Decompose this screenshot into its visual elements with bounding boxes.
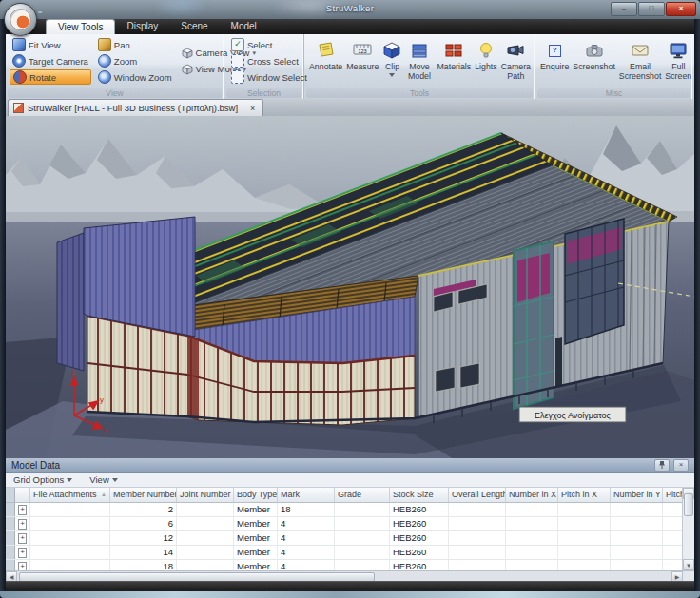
application-menu-button[interactable] <box>4 3 37 36</box>
lights-button[interactable]: Lights <box>474 37 497 74</box>
group-label-misc: Misc <box>537 88 690 98</box>
pan-icon <box>98 38 111 51</box>
column-header[interactable]: Joint Number <box>177 488 234 502</box>
measure-button[interactable]: 123 Measure <box>345 37 379 74</box>
materials-button[interactable]: Materials <box>437 37 473 74</box>
column-header[interactable]: Overall Length <box>449 488 506 502</box>
measure-ruler-icon: 123 <box>352 39 373 62</box>
viewport-3d-scene: z y x Ελεγχος Ανοίγματος <box>6 116 694 458</box>
application-window: StruWalker – □ × ≡ View Tools Display Sc… <box>0 0 700 598</box>
table-row[interactable]: + 2 Member 18 HEB260 <box>6 503 683 517</box>
document-close-icon[interactable]: × <box>247 104 258 113</box>
ribbon-group-selection: ✓ Select Cross Select Window Select Sele… <box>224 34 304 99</box>
window-zoom-button[interactable]: Window Zoom <box>95 69 175 85</box>
column-header[interactable]: Stock Size <box>390 488 449 502</box>
column-header[interactable]: Body Type <box>234 488 278 502</box>
row-expander[interactable]: + <box>18 533 27 544</box>
title-bar[interactable]: StruWalker – □ × <box>0 0 700 19</box>
rotate-button[interactable]: Rotate <box>10 69 91 85</box>
window-left-frame <box>0 19 6 591</box>
maximize-button[interactable]: □ <box>638 2 665 16</box>
magnifier-icon <box>98 70 111 84</box>
annotate-button[interactable]: Annotate <box>308 37 343 74</box>
cross-select-button[interactable]: Cross Select <box>228 53 301 68</box>
zoom-button[interactable]: Zoom <box>95 53 175 68</box>
group-label-view: View <box>8 88 222 98</box>
fit-view-icon <box>12 38 26 51</box>
model-data-panel: Model Data × Grid Options View File Atta… <box>6 458 694 581</box>
ribbon-group-tools: Annotate 123 Measure Clip Move Model <box>304 34 535 99</box>
column-header[interactable]: File Attachments▲ <box>30 488 110 502</box>
table-row[interactable]: + 14 Member 4 HEB260 <box>6 546 683 560</box>
camera-icon <box>505 39 526 62</box>
ribbon-group-view: Fit View Target Camera Rotate Pan Zoom <box>6 34 224 99</box>
grid-options-dropdown[interactable]: Grid Options <box>10 473 76 486</box>
screenshot-button[interactable]: Screenshot <box>572 37 616 74</box>
close-button[interactable]: × <box>666 2 696 16</box>
column-header[interactable]: Pitch in X <box>558 488 611 502</box>
column-header[interactable]: Member Number <box>110 488 177 502</box>
view-dropdown[interactable]: View <box>86 473 121 486</box>
document-tab[interactable]: StruWalker [HALL - Full 3D Business (Τρι… <box>8 99 263 116</box>
pin-icon[interactable] <box>654 459 670 472</box>
window-bottom-frame <box>0 591 700 598</box>
dropdown-arrow-icon <box>67 478 72 482</box>
move-model-button[interactable]: Move Model <box>404 37 434 83</box>
column-header[interactable]: Pitch in Y <box>663 488 683 502</box>
row-expander[interactable]: + <box>18 519 27 530</box>
panel-close-icon[interactable]: × <box>673 459 689 472</box>
pan-button[interactable]: Pan <box>95 37 175 52</box>
group-label-tools: Tools <box>306 88 533 98</box>
window-select-button[interactable]: Window Select <box>228 69 301 85</box>
table-row[interactable]: + 12 Member 4 HEB260 <box>6 531 683 546</box>
tab-view-tools[interactable]: View Tools <box>46 19 115 34</box>
column-header[interactable]: Grade <box>335 488 390 502</box>
select-check-icon: ✓ <box>231 38 244 51</box>
full-screen-button[interactable]: Full Screen <box>664 37 692 83</box>
viewport-tooltip: Ελεγχος Ανοίγματος <box>519 407 626 422</box>
envelope-icon <box>631 39 650 62</box>
group-label-selection: Selection <box>226 88 301 98</box>
scroll-down-icon[interactable]: ▼ <box>683 559 694 570</box>
monitor-icon <box>669 39 688 62</box>
tab-scene[interactable]: Scene <box>169 19 219 34</box>
model-data-grid: File Attachments▲ Member Number Joint Nu… <box>6 488 683 570</box>
left-wall-main <box>84 217 195 337</box>
rotate-icon <box>13 70 27 84</box>
model-data-title: Model Data <box>11 460 60 471</box>
minimize-button[interactable]: – <box>611 2 637 16</box>
camera-path-button[interactable]: Camera Path <box>500 37 532 83</box>
model-data-header[interactable]: Model Data × <box>6 458 694 473</box>
row-expander[interactable]: + <box>18 562 27 570</box>
tab-display[interactable]: Display <box>115 19 169 34</box>
target-camera-icon <box>12 54 26 68</box>
quick-access-icon[interactable]: ≡ <box>38 8 43 16</box>
light-bulb-icon <box>477 39 495 62</box>
window-right-frame <box>694 19 700 591</box>
select-button[interactable]: ✓ Select <box>228 37 301 52</box>
column-header[interactable]: Mark <box>278 488 335 502</box>
enquire-button[interactable]: ? Enquire <box>539 37 570 74</box>
email-screenshot-button[interactable]: Email Screenshot <box>618 37 663 83</box>
viewport-3d[interactable]: z y x Ελεγχος Ανοίγματος <box>6 116 694 458</box>
column-header[interactable]: Number in Y <box>611 488 663 502</box>
annotate-note-icon <box>317 39 336 62</box>
vertical-scrollbar[interactable]: ▲ ▼ <box>682 488 694 570</box>
vertical-scroll-thumb[interactable] <box>684 493 693 516</box>
model-data-toolbar: Grid Options View <box>6 473 694 488</box>
target-camera-button[interactable]: Target Camera <box>10 53 91 68</box>
glass-tower <box>514 241 554 409</box>
move-model-icon <box>410 39 429 62</box>
table-row[interactable]: + 6 Member 4 HEB260 <box>6 517 683 531</box>
magnifier-icon <box>98 54 111 68</box>
window-title: StruWalker <box>0 3 700 13</box>
table-row[interactable]: + 18 Member 4 HEB260 <box>6 560 683 570</box>
dropdown-arrow-icon <box>112 478 118 482</box>
row-expander[interactable]: + <box>18 505 27 515</box>
fit-view-button[interactable]: Fit View <box>10 37 91 52</box>
svg-text:123: 123 <box>359 48 367 54</box>
clip-dropdown-button[interactable]: Clip <box>381 37 402 79</box>
tab-model[interactable]: Model <box>220 19 268 34</box>
column-header[interactable]: Number in X <box>506 488 558 502</box>
row-expander[interactable]: + <box>18 548 27 558</box>
